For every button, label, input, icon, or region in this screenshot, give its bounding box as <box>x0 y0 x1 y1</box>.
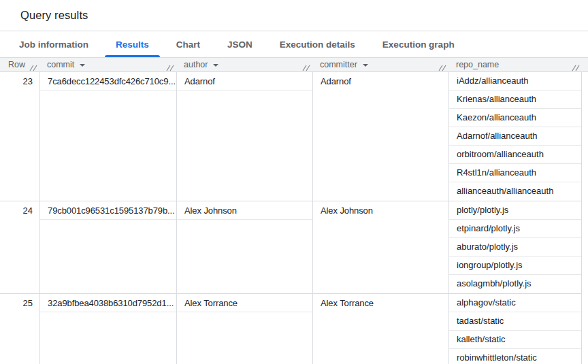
table-body: 237ca6decc122453dfc426c710c9...AdarnofAd… <box>0 72 582 364</box>
repo-name-value: R4stl1n/allianceauth <box>449 164 581 182</box>
column-header-label: committer <box>320 60 357 69</box>
cell-repo-name: iAddz/allianceauthKrienas/allianceauthKa… <box>448 72 582 201</box>
cell-commit: 7ca6decc122453dfc426c710c9... <box>39 72 176 201</box>
row-number: 25 <box>0 294 39 364</box>
tab-label: JSON <box>227 39 252 50</box>
tab-label: Execution details <box>280 39 355 50</box>
column-resize-handle[interactable] <box>571 65 581 71</box>
cell-commit: 32a9bfbea4038b6310d7952d1... <box>39 294 176 364</box>
repo-name-value: alphagov/static <box>449 294 581 312</box>
column-header-author[interactable]: author <box>176 58 312 71</box>
column-header-label: commit <box>47 60 74 69</box>
cell-author: Alex Torrance <box>176 294 312 364</box>
panel-title-bar: Query results <box>0 0 588 31</box>
repo-name-value: iongroup/plotly.js <box>449 257 581 275</box>
row-number: 24 <box>0 201 39 293</box>
cell-author: Alex Johnson <box>176 201 312 293</box>
column-header-committer[interactable]: committer <box>312 58 448 71</box>
column-header-label: author <box>184 60 208 69</box>
table-row: 2532a9bfbea4038b6310d7952d1...Alex Torra… <box>0 294 582 364</box>
page-title: Query results <box>20 9 88 22</box>
tab-label: Execution graph <box>382 39 455 50</box>
committer-value: Alex Johnson <box>313 201 448 220</box>
table-row: 2479cb001c96531c1595137b79b...Alex Johns… <box>0 201 582 294</box>
tab-label: Results <box>116 39 149 50</box>
repo-name-value: Adarnof/allianceauth <box>449 127 581 146</box>
tab-results[interactable]: Results <box>105 31 160 57</box>
commit-value: 7ca6decc122453dfc426c710c9... <box>40 72 176 90</box>
query-results-panel: Query results Job informationResultsChar… <box>0 0 588 364</box>
commit-value: 32a9bfbea4038b6310d7952d1... <box>40 294 176 312</box>
tab-label: Job information <box>19 39 88 50</box>
commit-value: 79cb001c96531c1595137b79b... <box>40 201 176 220</box>
author-value: Adarnof <box>177 72 312 90</box>
tab-bar: Job informationResultsChartJSONExecution… <box>0 31 588 58</box>
repo-name-value: kalleth/static <box>449 331 581 349</box>
cell-repo-name: alphagov/statictadast/statickalleth/stat… <box>448 294 582 364</box>
column-resize-handle[interactable] <box>438 65 447 71</box>
cell-commit: 79cb001c96531c1595137b79b... <box>39 201 176 293</box>
column-menu-arrow-icon <box>80 64 85 67</box>
cell-committer: Adarnof <box>312 72 448 201</box>
column-header-repo-name[interactable]: repo_name <box>448 58 582 71</box>
repo-name-value: asolagmbh/plotly.js <box>449 275 581 293</box>
author-value: Alex Torrance <box>177 294 312 312</box>
tab-json[interactable]: JSON <box>216 31 263 57</box>
cell-author: Adarnof <box>176 72 312 201</box>
repo-name-value: tadast/static <box>449 312 581 331</box>
active-tab-underline <box>105 55 160 57</box>
column-header-label: Row <box>8 60 25 69</box>
tab-label: Chart <box>176 39 200 50</box>
column-resize-handle[interactable] <box>165 65 175 71</box>
tab-chart[interactable]: Chart <box>165 31 211 57</box>
repo-name-value: plotly/plotly.js <box>449 201 581 220</box>
column-resize-handle[interactable] <box>301 65 311 71</box>
repo-name-value: iAddz/allianceauth <box>449 72 581 90</box>
table-header-row: Rowcommitauthorcommitterrepo_name <box>0 58 588 72</box>
repo-name-value: Kaezon/allianceauth <box>449 109 581 127</box>
column-header-label: repo_name <box>456 60 499 69</box>
column-menu-arrow-icon <box>363 64 368 67</box>
repo-name-value: Krienas/allianceauth <box>449 90 581 109</box>
column-header-commit[interactable]: commit <box>39 58 176 71</box>
committer-value: Adarnof <box>313 72 448 90</box>
column-menu-arrow-icon <box>213 64 218 67</box>
repo-name-value: robinwhittleton/static <box>449 349 581 364</box>
cell-repo-name: plotly/plotly.jsetpinard/plotly.jsaburat… <box>448 201 582 293</box>
tab-job-information[interactable]: Job information <box>8 31 99 57</box>
tab-execution-details[interactable]: Execution details <box>269 31 366 57</box>
repo-name-value: etpinard/plotly.js <box>449 220 581 238</box>
column-resize-handle[interactable] <box>29 65 38 71</box>
cell-committer: Alex Torrance <box>312 294 448 364</box>
repo-name-value: aburato/plotly.js <box>449 238 581 257</box>
committer-value: Alex Torrance <box>313 294 448 312</box>
tab-execution-graph[interactable]: Execution graph <box>372 31 466 57</box>
table-row: 237ca6decc122453dfc426c710c9...AdarnofAd… <box>0 72 582 201</box>
repo-name-value: allianceauth/allianceauth <box>449 182 581 201</box>
repo-name-value: orbitroom/allianceauth <box>449 146 581 164</box>
cell-committer: Alex Johnson <box>312 201 448 293</box>
author-value: Alex Johnson <box>177 201 312 220</box>
row-number: 23 <box>0 72 39 201</box>
